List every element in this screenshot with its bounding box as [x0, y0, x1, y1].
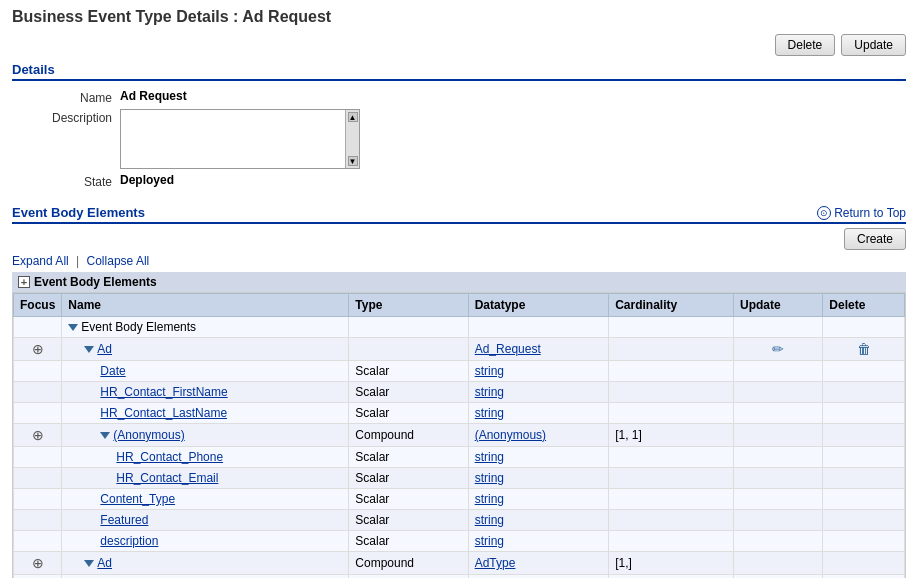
datatype-link[interactable]: AdType	[475, 556, 516, 570]
tree-plus-icon[interactable]: +	[18, 276, 30, 288]
description-box[interactable]: ▲ ▼	[120, 109, 360, 169]
col-update: Update	[734, 294, 823, 317]
details-section: Details Name Ad Request Description ▲ ▼ …	[12, 62, 906, 189]
update-cell	[734, 468, 823, 489]
name-cell: (Anonymous)	[62, 424, 349, 447]
delete-cell	[823, 317, 905, 338]
focus-cell: ⊕	[14, 338, 62, 361]
crosshair-icon[interactable]: ⊕	[31, 341, 45, 355]
name-cell: Content_Type	[62, 489, 349, 510]
cardinality-cell	[609, 361, 734, 382]
name-link[interactable]: Date	[100, 364, 125, 378]
delete-button[interactable]: Delete	[775, 34, 836, 56]
description-scrollbar[interactable]: ▲ ▼	[345, 110, 359, 168]
type-cell: Scalar	[349, 447, 468, 468]
datatype-link[interactable]: string	[475, 406, 504, 420]
table-row: TitleScalarstring	[14, 575, 905, 579]
create-btn-row: Create	[12, 228, 906, 250]
name-cell: Date	[62, 361, 349, 382]
scroll-down-arrow[interactable]: ▼	[348, 156, 358, 166]
datatype-cell	[468, 317, 608, 338]
datatype-link[interactable]: string	[475, 513, 504, 527]
delete-cell	[823, 468, 905, 489]
name-cell: HR_Contact_Email	[62, 468, 349, 489]
datatype-link[interactable]: string	[475, 534, 504, 548]
return-to-top-label: Return to Top	[834, 206, 906, 220]
expand-triangle-icon[interactable]	[68, 324, 78, 331]
top-buttons: Delete Update	[12, 34, 906, 56]
table-row: HR_Contact_FirstNameScalarstring	[14, 382, 905, 403]
table-wrapper: Focus Name Type Datatype Cardinality Upd…	[12, 292, 906, 578]
update-button[interactable]: Update	[841, 34, 906, 56]
return-to-top-link[interactable]: ⊙ Return to Top	[817, 206, 906, 220]
datatype-cell: string	[468, 575, 608, 579]
delete-cell: 🗑	[823, 338, 905, 361]
create-button[interactable]: Create	[844, 228, 906, 250]
focus-cell	[14, 531, 62, 552]
name-cell: Featured	[62, 510, 349, 531]
type-cell: Scalar	[349, 489, 468, 510]
delete-cell	[823, 552, 905, 575]
expand-triangle-icon[interactable]	[84, 346, 94, 353]
scroll-up-arrow[interactable]: ▲	[348, 112, 358, 122]
datatype-link[interactable]: string	[475, 385, 504, 399]
delete-cell	[823, 531, 905, 552]
update-cell	[734, 447, 823, 468]
focus-cell	[14, 489, 62, 510]
table-row: ⊕AdCompoundAdType[1,]	[14, 552, 905, 575]
name-cell: HR_Contact_FirstName	[62, 382, 349, 403]
name-link[interactable]: Content_Type	[100, 492, 175, 506]
col-delete: Delete	[823, 294, 905, 317]
delete-cell	[823, 403, 905, 424]
update-cell	[734, 403, 823, 424]
name-link[interactable]: HR_Contact_Email	[116, 471, 218, 485]
focus-cell	[14, 382, 62, 403]
cardinality-cell	[609, 338, 734, 361]
name-link[interactable]: Ad	[97, 342, 112, 356]
datatype-cell: string	[468, 447, 608, 468]
expand-triangle-icon[interactable]	[84, 560, 94, 567]
delete-cell	[823, 447, 905, 468]
crosshair-icon[interactable]: ⊕	[31, 427, 45, 441]
datatype-link[interactable]: string	[475, 471, 504, 485]
datatype-cell: string	[468, 489, 608, 510]
expand-all-link[interactable]: Expand All	[12, 254, 69, 268]
delete-cell	[823, 575, 905, 579]
table-row: HR_Contact_PhoneScalarstring	[14, 447, 905, 468]
name-cell: Ad	[62, 552, 349, 575]
expand-triangle-icon[interactable]	[100, 432, 110, 439]
edit-icon[interactable]: ✏	[772, 341, 784, 357]
update-cell	[734, 361, 823, 382]
update-cell	[734, 575, 823, 579]
cardinality-cell	[609, 468, 734, 489]
name-link[interactable]: Featured	[100, 513, 148, 527]
type-cell	[349, 338, 468, 361]
crosshair-icon[interactable]: ⊕	[31, 555, 45, 569]
datatype-link[interactable]: string	[475, 450, 504, 464]
return-to-top-icon: ⊙	[817, 206, 831, 220]
name-link[interactable]: (Anonymous)	[113, 428, 184, 442]
datatype-link[interactable]: Ad_Request	[475, 342, 541, 356]
cardinality-cell: [1,]	[609, 552, 734, 575]
col-datatype: Datatype	[468, 294, 608, 317]
name-link[interactable]: HR_Contact_FirstName	[100, 385, 227, 399]
datatype-link[interactable]: string	[475, 364, 504, 378]
name-cell: Title	[62, 575, 349, 579]
focus-cell	[14, 447, 62, 468]
name-link[interactable]: Ad	[97, 556, 112, 570]
datatype-link[interactable]: string	[475, 492, 504, 506]
datatype-cell: string	[468, 382, 608, 403]
name-link[interactable]: HR_Contact_LastName	[100, 406, 227, 420]
separator: |	[76, 254, 79, 268]
name-link[interactable]: HR_Contact_Phone	[116, 450, 223, 464]
table-row: Event Body Elements	[14, 317, 905, 338]
datatype-link[interactable]: (Anonymous)	[475, 428, 546, 442]
tree-header-row: + Event Body Elements	[12, 272, 906, 292]
collapse-all-link[interactable]: Collapse All	[87, 254, 150, 268]
datatype-cell: string	[468, 510, 608, 531]
page-title: Business Event Type Details : Ad Request	[12, 8, 906, 26]
name-link[interactable]: description	[100, 534, 158, 548]
update-cell	[734, 424, 823, 447]
delete-icon[interactable]: 🗑	[857, 341, 871, 357]
delete-cell	[823, 510, 905, 531]
